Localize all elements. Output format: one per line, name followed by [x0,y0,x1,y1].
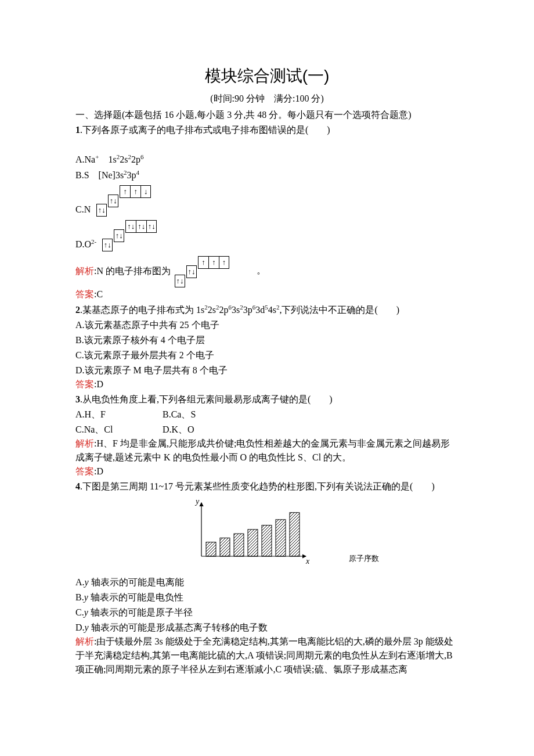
question-2: 2.某基态原子的电子排布式为 1s22s22p63s23p63d54s2,下列说… [75,303,459,317]
orbital-box: ↑ [208,256,219,269]
q4-text: .下图是第三周期 11~17 号元素某些性质变化趋势的柱形图,下列有关说法正确的… [80,481,435,491]
orbital-box: ↑↓ [136,220,146,233]
opt-pre: D. [75,622,85,632]
analysis-label: 解析 [75,438,94,448]
orbital-box: ↓ [140,185,151,198]
orbital-box: ↑ [120,185,130,198]
q1-option-b: B.S [Ne]3s23p4 [75,168,459,182]
y-italic: y [84,592,88,602]
q3-options-row1: A.H、F B.Ca、S [75,408,459,422]
q2-text-pre: .某基态原子的电子排布式为 1s [80,305,204,315]
opt-pre: C. [75,607,84,617]
q2-option-a: A.该元素基态原子中共有 25 个电子 [75,318,459,332]
t: 2p [219,305,228,315]
answer-value: :D [94,379,103,389]
orbital-box: ↑↓ [114,229,124,242]
answer-label: 答案 [75,466,94,476]
answer-label: 答案 [75,379,94,389]
t: 2s [120,154,128,164]
orbital-box: ↑↓ [108,195,118,207]
y-italic: y [84,607,88,617]
subshell-1s: ↑↓ [96,204,107,217]
analysis-text: :由于镁最外层 3s 能级处于全充满稳定结构,其第一电离能比铝的大,磷的最外层 … [75,636,453,674]
q1-answer: 答案:C [75,287,459,301]
q1-text: .下列各原子或离子的电子排布式或电子排布图错误的是( ) [80,125,330,135]
q1-analysis: 解析:N 的电子排布图为 ↑↓ ↑↓ ↑ ↑ ↑ 。 [75,256,459,287]
q1-c-prefix: C.N [75,204,91,214]
question-1: 1.下列各原子或离子的电子排布式或电子排布图错误的是( ) [75,123,459,137]
chart-bar [276,520,286,556]
t: 2s [208,305,216,315]
orbital-diagram-n: ↑↓ ↑↓ ↑ ↑ ↓ [96,185,151,217]
opt-pre: A. [75,577,85,587]
orbital-box: ↑ [130,185,140,198]
q2-number: 2 [75,305,80,315]
q1-a-prefix: A.Na [75,154,95,164]
chart-bar [262,525,272,556]
t: 3p [243,305,252,315]
orbital-box: ↑ [198,256,208,269]
opt-pre: B. [75,592,84,602]
q3-analysis: 解析:H、F 均是非金属,只能形成共价键;电负性相差越大的金属元素与非金属元素之… [75,437,459,465]
q2-option-c: C.该元素原子最外层共有 2 个电子 [75,348,459,362]
t: 3d [255,305,265,315]
analysis-text-pre: :N 的电子排布图为 [94,265,171,275]
sup-minus: 2- [91,237,96,244]
q3-option-b: B.Ca、S [163,408,196,422]
q1-b-prefix: B.S [Ne]3s [75,171,124,181]
section-heading: 一、选择题(本题包括 16 小题,每小题 3 分,共 48 分。每小题只有一个选… [75,108,459,122]
q3-option-d: D.K、O [163,423,194,437]
x-arrow-label: x [305,557,310,566]
q3-option-c: C.Na、Cl [75,423,163,437]
subshell-2p: ↑↓ ↑↓ ↑↓ [125,220,157,233]
orbital-box: ↑↓ [186,265,197,278]
orbital-box: ↑↓ [146,220,157,233]
analysis-label: 解析 [75,265,94,275]
orbital-box: ↑↓ [175,275,185,287]
analysis-label: 解析 [75,636,94,646]
answer-value: :C [94,289,103,299]
y-italic: y [85,577,89,587]
question-4: 4.下图是第三周期 11~17 号元素某些性质变化趋势的柱形图,下列有关说法正确… [75,480,459,494]
opt-post: 轴表示的可能是形成基态离子转移的电子数 [89,622,268,632]
bar-chart: y x 原子序数 [75,498,459,572]
chart-bar [234,534,244,556]
answer-value: :D [94,466,103,476]
q2-text-post: ,下列说法中不正确的是( ) [279,305,399,315]
subshell-2s: ↑↓ [108,195,118,207]
exam-info: (时间:90 分钟 满分:100 分) [75,92,459,106]
q3-number: 3 [75,394,80,404]
q1-option-a: A.Na+ 1s22s22p6 [75,152,459,167]
q3-answer: 答案:D [75,465,459,478]
t: 3p [127,171,136,181]
sup: 4 [136,169,140,176]
subshell-2s: ↑↓ [186,265,197,278]
chart-bar [248,530,258,556]
x-axis-label: 原子序数 [349,554,379,563]
chart-bar [206,542,216,556]
q2-answer: 答案:D [75,377,459,391]
opt-post: 轴表示的可能是电负性 [88,592,183,602]
q2-option-d: D.该元素原子 M 电子层共有 8 个电子 [75,363,459,377]
y-italic: y [85,622,89,632]
subshell-2s: ↑↓ [114,229,124,242]
subshell-2p: ↑ ↑ ↑ [198,256,229,269]
page-title: 模块综合测试(一) [75,64,459,88]
orbital-diagram-o2minus: ↑↓ ↑↓ ↑↓ ↑↓ ↑↓ [102,220,157,251]
orbital-diagram-answer: ↑↓ ↑↓ ↑ ↑ ↑ [175,256,229,287]
orbital-box: ↑↓ [102,239,113,251]
chart-bar [220,538,230,556]
q3-options-row2: C.Na、Cl D.K、O [75,423,459,437]
q4-option-d: D.y 轴表示的可能是形成基态离子转移的电子数 [75,621,459,635]
orbital-box: ↑↓ [125,220,136,233]
t: 2p [131,154,140,164]
q4-number: 4 [75,481,80,491]
q1-number: 1 [75,125,80,135]
t: 3s [232,305,240,315]
q4-option-c: C.y 轴表示的可能是原子半径 [75,606,459,620]
q3-option-a: A.H、F [75,408,163,422]
chart-bar [290,513,300,556]
orbital-box: ↑ [219,256,229,269]
sup: 6 [140,153,144,160]
analysis-text-post: 。 [257,265,266,275]
